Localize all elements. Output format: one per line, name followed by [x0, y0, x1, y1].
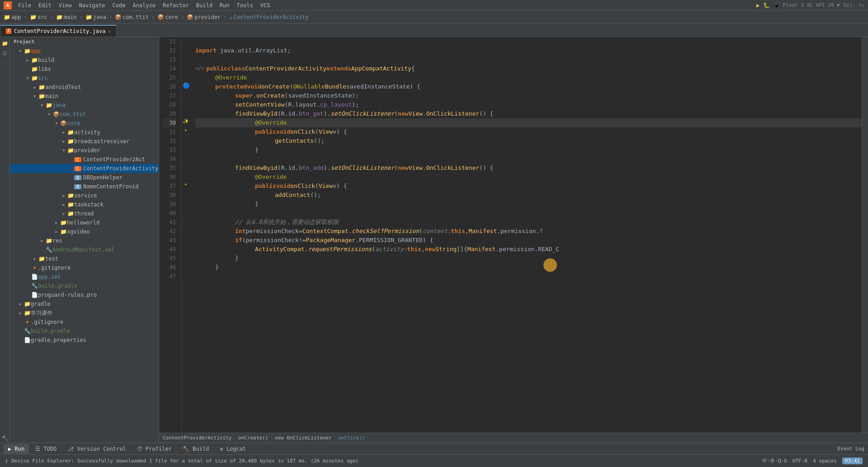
- bc-bottom-oncreate[interactable]: onCreate(): [238, 435, 268, 441]
- tree-item-xgvideo[interactable]: ▶ 📁 xgvideo: [10, 227, 159, 236]
- tree-item-taskstack[interactable]: ▶ 📁 taskstack: [10, 200, 159, 209]
- tree-item-res[interactable]: ▶ 📁 res: [10, 236, 159, 245]
- bottom-tab-logcat[interactable]: ≡ Logcat: [215, 444, 250, 454]
- tree-item-build[interactable]: ▶ 📁 build: [10, 56, 159, 65]
- tree-arrow-gradle: ▶: [17, 302, 24, 306]
- tree-item-activity[interactable]: ▶ 📁 activity: [10, 128, 159, 137]
- bc-provider[interactable]: 📦provider: [187, 14, 221, 20]
- tree-item-gradle[interactable]: ▶ 📁 gradle: [10, 299, 159, 308]
- tree-item-contentprovideractivity[interactable]: C ContentProviderActivity: [10, 164, 159, 173]
- project-panel-icon[interactable]: 📁: [0, 39, 9, 48]
- tree-item-libs[interactable]: 📁 libs: [10, 65, 159, 74]
- tree-item-dbopenhelper[interactable]: D DBOpenHelper: [10, 173, 159, 182]
- menu-build[interactable]: Build: [193, 0, 215, 11]
- favorites-icon[interactable]: ☆: [0, 59, 9, 68]
- ln-39: 39: [163, 200, 176, 209]
- menu-file[interactable]: File: [15, 0, 34, 11]
- bc-bottom-onclick[interactable]: onClick(): [338, 435, 365, 441]
- menu-refactor[interactable]: Refactor: [160, 0, 192, 11]
- status-indent[interactable]: 4 spaces: [813, 458, 837, 464]
- tree-item-core[interactable]: ▼ 📦 core: [10, 119, 159, 128]
- ln-29: 29: [163, 109, 176, 118]
- tree-arrow-app: ▼: [17, 49, 24, 53]
- bc-java[interactable]: 📁java: [85, 14, 106, 20]
- tree-item-gitignore-root[interactable]: 🔸 .gitignore: [10, 318, 159, 327]
- tree-item-appiml[interactable]: 📄 app.iml: [10, 272, 159, 281]
- status-encoding[interactable]: UTF-8: [793, 458, 807, 464]
- structure-icon[interactable]: ☰: [0, 49, 9, 58]
- menu-analyze[interactable]: Analyze: [130, 0, 158, 11]
- status-message: Device File Explorer: Successfully downl…: [11, 458, 359, 464]
- bc-bottom-sep3: ›: [334, 435, 337, 441]
- right-scrollbar[interactable]: [862, 37, 868, 433]
- tree-item-namecontentprovid[interactable]: N NameContentProvid: [10, 182, 159, 191]
- bc-activity[interactable]: ☕ContentProviderActivity: [229, 14, 308, 20]
- code-line-38: addContact();: [195, 191, 862, 200]
- folder-icon-xgvideo: 📁: [60, 229, 67, 235]
- tree-item-test[interactable]: ▶ 📁 test: [10, 254, 159, 263]
- tree-item-comttit[interactable]: ▼ 📦 com.ttit: [10, 110, 159, 119]
- bottom-tab-todo[interactable]: ☰ TODO: [31, 444, 61, 454]
- ln-42: 42: [163, 227, 176, 236]
- folder-icon-taskstack: 📁: [67, 201, 74, 208]
- bottom-tab-profiler[interactable]: ⏱ Profiler: [132, 444, 176, 454]
- tree-item-androidtest[interactable]: ▶ 📁 androidTest: [10, 83, 159, 92]
- tree-item-helloworld[interactable]: ▶ 📁 helloworld: [10, 218, 159, 227]
- tree-item-src[interactable]: ▼ 📁 src: [10, 74, 159, 83]
- tree-item-main[interactable]: ▼ 📁 main: [10, 92, 159, 101]
- bc-bottom-activity[interactable]: ContentProviderActivity: [163, 435, 231, 441]
- bc-src[interactable]: 📁src: [30, 14, 47, 20]
- bc-comttit[interactable]: 📦com.ttit: [115, 14, 149, 20]
- toolbar-run-btn[interactable]: ▶: [756, 2, 760, 9]
- tree-item-thread[interactable]: ▶ 📁 thread: [10, 209, 159, 218]
- tree-item-androidmanifest[interactable]: 🔧 AndroidManifest.xml: [10, 245, 159, 254]
- tab-contentprovideractivity[interactable]: J ContentProviderActivity.java ✕: [0, 25, 117, 37]
- tree-item-java[interactable]: ▼ 📁 java: [10, 101, 159, 110]
- tree-arrow-java: ▼: [39, 103, 45, 107]
- tree-item-app[interactable]: ▼ 📁 app: [10, 47, 159, 56]
- tree-item-buildgradle-root[interactable]: 🔧 build.gradle: [10, 327, 159, 336]
- tree-item-buildgradle-app[interactable]: 🔧 build.gradle: [10, 281, 159, 290]
- menu-view[interactable]: View: [56, 0, 75, 11]
- bottom-tab-versioncontrol[interactable]: ⎇ Version Control: [63, 444, 131, 454]
- tree-item-provider[interactable]: ▼ 📁 provider: [10, 146, 159, 155]
- gutter-marker-31: 🔸: [183, 127, 189, 133]
- menu-edit[interactable]: Edit: [36, 0, 54, 11]
- tree-label-test: test: [45, 256, 58, 262]
- tree-item-gitignore-app[interactable]: 🔸 .gitignore: [10, 263, 159, 272]
- gutter-marker-26: 🔵: [183, 82, 190, 89]
- toolbar-debug-btn[interactable]: 🐛: [763, 2, 770, 9]
- tree-item-broadcastreceiver[interactable]: ▶ 📁 broadcastreceiver: [10, 137, 159, 146]
- code-line-32: getContacts();: [195, 136, 862, 145]
- tree-label-java: java: [52, 102, 66, 108]
- menu-navigate[interactable]: Navigate: [76, 0, 108, 11]
- menu-run[interactable]: Run: [217, 0, 232, 11]
- tree-arrow-helloworld: ▶: [53, 220, 60, 225]
- bc-bottom-listener[interactable]: new OnClickListener: [275, 435, 332, 441]
- bottom-tab-build[interactable]: 🔨 Build: [178, 444, 213, 454]
- tree-item-contentprovider2act[interactable]: C ContentProvider2Act: [10, 155, 159, 164]
- bc-main[interactable]: 📁main: [56, 14, 77, 20]
- bottom-tab-run[interactable]: ▶ Run: [4, 444, 29, 454]
- tree-item-proguard[interactable]: 📄 proguard-rules.pro: [10, 290, 159, 299]
- gutter-col: 🔵 ✨ 🔸 🔸: [182, 37, 192, 433]
- code-content[interactable]: import java.util.ArrayList; </> public c…: [192, 37, 862, 433]
- ln-44: 44: [163, 245, 176, 254]
- code-line-25: @Override: [195, 73, 862, 82]
- tree-item-service[interactable]: ▶ 📁 service: [10, 191, 159, 200]
- code-line-31: public void onClick(View v) {: [195, 127, 862, 136]
- menu-code[interactable]: Code: [110, 0, 128, 11]
- tree-item-study[interactable]: ▶ 📁 学习课件: [10, 308, 159, 318]
- device-selector[interactable]: 📱 Pixel 3 XL API 29 ▼: [774, 2, 840, 8]
- tab-close-btn[interactable]: ✕: [108, 29, 111, 34]
- menu-tools[interactable]: Tools: [234, 0, 256, 11]
- menu-vcs[interactable]: VCS: [258, 0, 273, 11]
- build-icon[interactable]: 🔨: [0, 434, 9, 443]
- event-log-btn[interactable]: Event Log: [837, 446, 864, 452]
- sidebar-title: Project: [10, 37, 159, 47]
- tree-label-res: res: [52, 238, 62, 244]
- bc-sep-6: ›: [181, 14, 184, 20]
- tree-item-gradleprops[interactable]: 📄 gradle.properties: [10, 336, 159, 345]
- bc-app[interactable]: 📁 app: [4, 14, 21, 20]
- bc-core[interactable]: 📦core: [157, 14, 178, 20]
